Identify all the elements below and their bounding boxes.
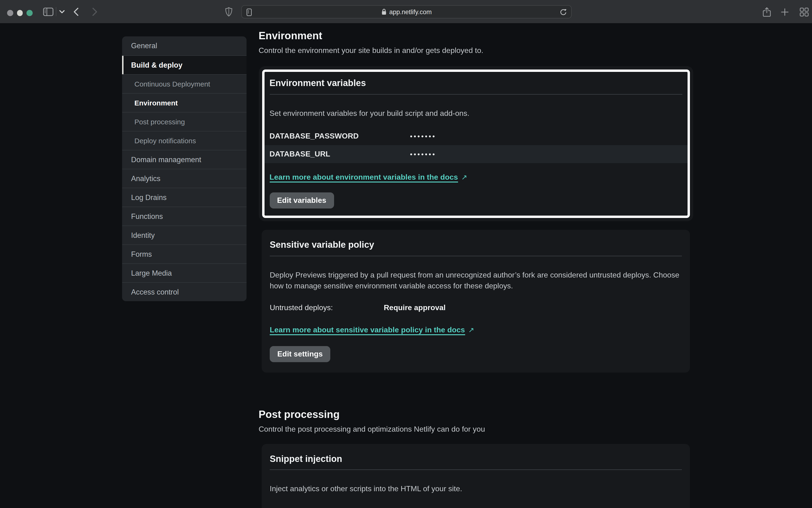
section-title-post-processing: Post processing bbox=[259, 408, 693, 421]
sidebar-item-general[interactable]: General bbox=[122, 36, 246, 55]
sidebar-item-functions[interactable]: Functions bbox=[122, 207, 246, 225]
window-zoom-button[interactable] bbox=[27, 10, 32, 16]
sidebar-item-environment[interactable]: Environment bbox=[122, 93, 246, 112]
snippet-injection-card: Snippet injection Inject analytics or ot… bbox=[262, 444, 690, 508]
new-tab-button[interactable] bbox=[780, 7, 789, 16]
back-chevron-icon bbox=[73, 8, 78, 16]
refresh-button[interactable] bbox=[560, 8, 567, 16]
sensitive-docs-link[interactable]: Learn more about sensitive variable poli… bbox=[270, 326, 474, 334]
sidebar-toggle-icon bbox=[43, 8, 53, 16]
card-title-snippet-injection: Snippet injection bbox=[270, 453, 682, 465]
privacy-report-button[interactable] bbox=[224, 7, 233, 17]
edit-settings-button[interactable]: Edit settings bbox=[270, 346, 330, 362]
environment-variables-card: Environment variables Set environment va… bbox=[259, 67, 693, 221]
highlight-ring: Environment variables Set environment va… bbox=[262, 70, 690, 218]
sidebar-item-domain-management[interactable]: Domain management bbox=[122, 150, 246, 169]
variable-name: DATABASE_PASSWORD bbox=[269, 132, 410, 140]
card-divider bbox=[270, 470, 682, 470]
url-text: app.netlify.com bbox=[389, 8, 432, 15]
policy-value: Require approval bbox=[384, 303, 446, 312]
env-variables-table: DATABASE_PASSWORD ••••••• DATABASE_URL •… bbox=[264, 127, 687, 163]
untrusted-deploys-row: Untrusted deploys: Require approval bbox=[270, 303, 682, 312]
window-controls bbox=[7, 10, 32, 16]
window-minimize-button[interactable] bbox=[17, 10, 23, 16]
edit-variables-button[interactable]: Edit variables bbox=[269, 193, 334, 209]
post-processing-subtitle: Control the post processing and optimiza… bbox=[259, 425, 693, 433]
sidebar-item-log-drains[interactable]: Log Drains bbox=[122, 188, 246, 207]
page-subtitle: Control the environment your site builds… bbox=[259, 46, 693, 55]
card-title-sensitive-variable-policy: Sensitive variable policy bbox=[270, 239, 682, 251]
safari-window: app.netlify.com bbox=[0, 0, 812, 508]
back-button[interactable] bbox=[72, 7, 80, 16]
window-close-button[interactable] bbox=[7, 10, 13, 16]
env-docs-link[interactable]: Learn more about environment variables i… bbox=[269, 173, 467, 181]
page-title: Environment bbox=[259, 29, 693, 42]
table-row: DATABASE_URL ••••••• bbox=[264, 145, 687, 163]
plus-icon bbox=[780, 8, 788, 16]
shield-icon bbox=[225, 7, 232, 16]
variable-name: DATABASE_URL bbox=[269, 150, 410, 158]
sidebar-item-large-media[interactable]: Large Media bbox=[122, 263, 246, 282]
card-divider bbox=[270, 256, 682, 256]
sidebar-toggle-button[interactable] bbox=[43, 7, 54, 16]
external-link-arrow-icon: ↗ bbox=[468, 326, 474, 334]
netlify-settings-page: General Build & deploy Continuous Deploy… bbox=[0, 23, 812, 508]
tab-overview-button[interactable] bbox=[799, 7, 809, 16]
chevron-down-icon bbox=[59, 10, 65, 14]
sidebar-item-build-deploy[interactable]: Build & deploy bbox=[122, 55, 246, 74]
sidebar-item-analytics[interactable]: Analytics bbox=[122, 169, 246, 188]
card-divider bbox=[269, 94, 682, 94]
variable-masked-value: ••••••• bbox=[410, 132, 436, 140]
sidebar-item-post-processing[interactable]: Post processing bbox=[122, 112, 246, 131]
card-title-environment-variables: Environment variables bbox=[269, 78, 682, 89]
sidebar-item-continuous-deployment[interactable]: Continuous Deployment bbox=[122, 74, 246, 93]
table-row: DATABASE_PASSWORD ••••••• bbox=[264, 127, 687, 145]
external-link-arrow-icon: ↗ bbox=[461, 173, 467, 181]
settings-main: Environment Control the environment your… bbox=[259, 23, 693, 508]
refresh-icon bbox=[560, 8, 567, 16]
browser-toolbar: app.netlify.com bbox=[0, 0, 812, 23]
lock-icon bbox=[381, 8, 386, 15]
variable-masked-value: ••••••• bbox=[410, 150, 436, 158]
share-icon bbox=[763, 7, 771, 17]
tab-overview-icon bbox=[800, 7, 808, 16]
env-card-description: Set environment variables for your build… bbox=[269, 108, 682, 119]
policy-label: Untrusted deploys: bbox=[270, 303, 384, 312]
sensitive-card-description: Deploy Previews triggered by a pull requ… bbox=[270, 269, 682, 292]
sensitive-variable-policy-card: Sensitive variable policy Deploy Preview… bbox=[262, 230, 690, 373]
address-bar[interactable]: app.netlify.com bbox=[241, 5, 572, 18]
toolbar-separator bbox=[56, 7, 56, 16]
sidebar-item-access-control[interactable]: Access control bbox=[122, 282, 246, 301]
sidebar-item-deploy-notifications[interactable]: Deploy notifications bbox=[122, 131, 246, 150]
share-button[interactable] bbox=[762, 6, 771, 17]
forward-button[interactable] bbox=[90, 7, 99, 16]
sidebar-item-forms[interactable]: Forms bbox=[122, 245, 246, 263]
sidebar-item-identity[interactable]: Identity bbox=[122, 225, 246, 245]
sidebar-menu-chevron-button[interactable] bbox=[59, 9, 65, 14]
settings-sidebar: General Build & deploy Continuous Deploy… bbox=[122, 36, 246, 301]
forward-chevron-icon bbox=[92, 8, 97, 16]
snippet-card-description: Inject analytics or other scripts into t… bbox=[270, 483, 682, 494]
